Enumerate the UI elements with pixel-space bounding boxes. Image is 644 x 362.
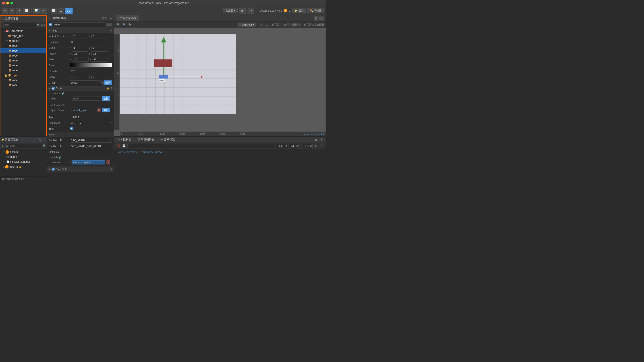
tree-item-rope-9[interactable]: 📦 rope	[0, 83, 46, 88]
asset-sort-btn[interactable]: ⇅	[5, 144, 8, 148]
add-button-2[interactable]: +	[40, 7, 47, 14]
group-edit-button[interactable]: 编辑	[104, 80, 112, 85]
console-save-btn[interactable]: 💾	[122, 144, 126, 148]
sprite-lock-icon[interactable]: 🔒	[106, 87, 109, 90]
hierarchy-search[interactable]	[3, 23, 36, 27]
bottom-close-btn[interactable]: ✕	[319, 137, 324, 142]
rotate-button[interactable]: ⬡	[58, 7, 64, 14]
zoom-fit-btn[interactable]: 🔍	[128, 22, 132, 27]
refresh-button[interactable]: ↺	[9, 7, 15, 14]
asset-item-internal[interactable]: ▷ 🟠 internal 🔒	[0, 164, 47, 169]
project-button[interactable]: 📁 项目	[292, 8, 306, 13]
browser-dropdown[interactable]: 浏览器 ▾	[223, 8, 238, 13]
sprite-section-header[interactable]: ▼ Sprite 🔒 ⚙	[47, 86, 114, 91]
asset-copy-btn[interactable]: ⧉	[38, 137, 43, 142]
asset-search[interactable]	[9, 144, 42, 148]
tree-item-rope-7[interactable]: 🔒 📦 rope	[0, 73, 46, 78]
console-regex-select[interactable]: 正则	[276, 144, 288, 148]
node-name-input[interactable]	[53, 22, 105, 27]
node-section-gear[interactable]: ⚙	[110, 29, 112, 32]
close-button[interactable]: ✕	[16, 7, 22, 14]
position-x-input[interactable]	[72, 34, 88, 38]
node-enable-checkbox[interactable]	[49, 23, 52, 26]
sprite-frame-clear-button[interactable]: ✕	[97, 108, 101, 112]
type-select[interactable]: SIMPLE	[70, 115, 112, 119]
size-h-input[interactable]	[92, 57, 108, 62]
scene-grid-btn[interactable]: ⊞	[264, 22, 270, 27]
hierarchy-search-btn[interactable]: 🔍	[37, 23, 40, 27]
console-scroll-btn[interactable]: ✕	[319, 144, 324, 148]
sprite-frame-edit-button[interactable]: 编辑	[102, 108, 110, 112]
tree-item-rope-1[interactable]: 📦 rope	[0, 43, 46, 48]
rigidbody-enable-checkbox[interactable]	[52, 168, 54, 170]
close-button[interactable]	[2, 2, 5, 4]
console-level-select[interactable]: All	[289, 144, 299, 148]
scale-x-input[interactable]	[72, 45, 88, 50]
rotation-input[interactable]	[70, 40, 112, 44]
scene-canvas-white[interactable]: rope	[120, 34, 236, 114]
game-tab[interactable]: 🎮 游戏预览	[158, 137, 178, 142]
src-blend-select[interactable]: SRC_ALPHA	[70, 138, 112, 143]
sprite-section-gear[interactable]: ⚙	[110, 87, 112, 90]
tree-item-rope-4[interactable]: 📦 rope	[0, 58, 46, 63]
skew-y-input[interactable]	[92, 75, 107, 79]
scale-y-input[interactable]	[92, 45, 107, 50]
scene-editor-tab[interactable]: 🎬 场景编辑器	[116, 15, 139, 21]
bottom-expand-btn[interactable]: ⊞	[314, 137, 318, 142]
3d-button[interactable]: 3D	[65, 7, 73, 14]
size-w-input[interactable]	[73, 57, 88, 62]
asset-item-game[interactable]: 🎮 game	[0, 154, 47, 159]
sprite-enable-checkbox[interactable]	[52, 87, 54, 90]
service-tab[interactable]: 服务	[100, 16, 109, 20]
asset-item-assets[interactable]: ▼ 🟠 assets	[0, 149, 47, 154]
material-clear-button[interactable]: ✕	[106, 160, 110, 164]
rect-button[interactable]: ⬜	[23, 7, 30, 14]
rigidbody-section-header[interactable]: ▼ RigidBody ⚙	[47, 166, 114, 172]
animation-tab[interactable]: 🎬 动画编辑器	[134, 137, 157, 142]
rigidbody-section-gear[interactable]: ⚙	[110, 168, 112, 170]
hierarchy-add-btn[interactable]: +	[1, 23, 3, 27]
console-fontsize-select[interactable]: 14	[303, 144, 312, 148]
play-button[interactable]: ▶	[240, 7, 246, 14]
minimize-button[interactable]	[6, 2, 9, 4]
hierarchy-refresh-btn[interactable]: ↺	[41, 23, 43, 27]
red-rect[interactable]	[154, 59, 172, 67]
zoom-in-btn[interactable]: 🔍	[122, 22, 126, 27]
window-controls[interactable]	[2, 2, 13, 4]
rendering-dropdown[interactable]: Rendering ▾	[238, 22, 256, 27]
maximize-button[interactable]	[10, 2, 13, 4]
materials-count-input[interactable]	[70, 150, 112, 154]
atlas-select-button[interactable]: 选择	[102, 96, 110, 101]
tree-item-rope-5[interactable]: 📦 rope	[0, 63, 46, 68]
editor-button[interactable]: ✏️ 编辑器	[308, 8, 324, 13]
scene-camera-btn[interactable]: 🎥	[259, 22, 264, 27]
anchor-y-input[interactable]	[92, 51, 107, 56]
props-menu[interactable]: ≡	[110, 16, 112, 20]
tree-item-gamenode[interactable]: ▼ 🎯 GameNode	[0, 28, 46, 33]
hierarchy-menu[interactable]: ≡	[43, 17, 45, 20]
skew-x-input[interactable]	[72, 75, 88, 79]
color-swatch[interactable]	[70, 63, 112, 67]
move-button[interactable]: ⬜	[50, 7, 57, 14]
dst-blend-select[interactable]: ONE_MINUS_SRC_ALPHA	[70, 144, 112, 148]
asset-search-btn[interactable]: 🔍	[42, 144, 46, 148]
scene-settings-btn[interactable]: ✕	[319, 16, 324, 20]
reload-button[interactable]: ↺	[248, 7, 254, 14]
asset-item-physics[interactable]: 📄 PhysicsManager	[0, 159, 47, 164]
tree-item-ropes[interactable]: ▼ 📦 ropes	[0, 38, 46, 43]
hierarchy-filter-btn[interactable]: ⊞	[44, 23, 46, 27]
tree-item-rope-top[interactable]: ▷ 📦 rope_Top	[0, 33, 46, 38]
asset-menu[interactable]: ≡	[44, 138, 46, 141]
scene-expand-btn[interactable]: ⊞	[314, 16, 318, 20]
scene-canvas[interactable]: rope 1,000 500 0 0 500	[114, 28, 326, 136]
size-mode-select[interactable]: CUSTOM	[70, 121, 112, 125]
opacity-input[interactable]	[70, 69, 112, 73]
console-expand-btn[interactable]: ⊞	[314, 144, 318, 148]
tree-item-rope-3[interactable]: 📦 rope	[0, 53, 46, 58]
asset-add-btn[interactable]: +	[1, 144, 4, 148]
zoom-out-btn[interactable]: 🔍	[116, 22, 121, 27]
console-filter-input[interactable]	[128, 144, 275, 148]
tree-item-rope-6[interactable]: 📦 rope	[0, 68, 46, 73]
trim-checkbox[interactable]	[70, 127, 73, 130]
position-y-input[interactable]	[92, 34, 107, 38]
